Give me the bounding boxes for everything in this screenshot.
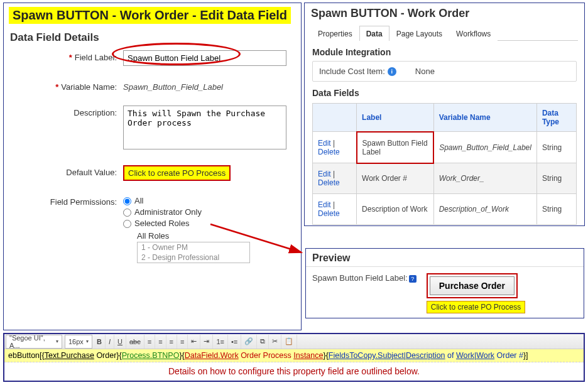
tab-workflows[interactable]: Workflows xyxy=(449,26,498,41)
role-option[interactable]: 2 - Design Professional xyxy=(138,252,249,263)
label-cell: Description of Work xyxy=(357,194,434,225)
ordered-list-button[interactable]: 1≡ xyxy=(213,335,228,349)
info-icon[interactable]: i xyxy=(388,67,396,76)
perm-all-radio[interactable] xyxy=(123,197,131,205)
variable-name-cell: Work_Order_ xyxy=(433,163,536,194)
data-fields-table: LabelVariable NameData Type Edit | Delet… xyxy=(312,103,577,225)
font-picker[interactable]: "Segoe UI", A...▾ xyxy=(6,335,62,349)
underline-button[interactable]: U xyxy=(114,335,126,349)
perm-all-label: All xyxy=(134,196,143,205)
table-row: Edit | DeleteWork Order #Work_Order_Stri… xyxy=(313,163,577,194)
preview-heading: Preview xyxy=(312,252,577,264)
perm-admin-label: Administrator Only xyxy=(134,207,202,217)
work-order-data-panel: Spawn BUTTON - Work Order PropertiesData… xyxy=(304,3,585,226)
column-header: Variable Name xyxy=(433,104,536,132)
variable-name-cell: Description_of_Work xyxy=(433,194,536,225)
unordered-list-button[interactable]: •≡ xyxy=(228,335,241,349)
delete-link[interactable]: Delete xyxy=(318,178,340,187)
page-title-left: Spawn BUTTON - Work Order - Edit Data Fi… xyxy=(9,7,291,24)
role-option[interactable]: 1 - Owner PM xyxy=(138,242,249,252)
variable-name-caption: *Variable Name: xyxy=(10,80,123,92)
font-size-picker[interactable]: 16px▾ xyxy=(65,335,92,349)
module-integration-row: Include Cost Item: i None xyxy=(312,61,577,82)
column-header: Label xyxy=(357,104,434,132)
variable-name-value: Spawn_Button_Field_Label xyxy=(123,80,223,92)
outdent-button[interactable]: ⇤ xyxy=(188,335,200,349)
indent-button[interactable]: ⇥ xyxy=(200,335,213,349)
cut-button[interactable]: ✂ xyxy=(269,335,281,349)
preview-hint: Click to create PO Process xyxy=(427,301,525,313)
edit-link[interactable]: Edit xyxy=(318,139,331,148)
data-fields-heading: Data Fields xyxy=(312,88,577,98)
data-type-cell: String xyxy=(536,163,576,194)
all-roles-heading: All Roles xyxy=(137,231,295,241)
data-type-cell: String xyxy=(536,194,576,225)
data-type-cell: String xyxy=(536,132,576,163)
page-title-right: Spawn BUTTON - Work Order xyxy=(311,7,579,20)
default-value-box: Click to create PO Process xyxy=(123,165,231,181)
variable-name-cell: Spawn_Button_Field_Label xyxy=(433,132,536,163)
include-cost-item-label: Include Cost Item: xyxy=(319,67,385,76)
copy-button[interactable]: ⧉ xyxy=(257,335,269,349)
rte-content[interactable]: ebButton[{Text.Purchase Order}{Process.B… xyxy=(4,349,584,362)
column-header: Data Type xyxy=(536,104,576,132)
column-header xyxy=(313,104,357,132)
edit-link[interactable]: Edit xyxy=(318,170,331,178)
field-label-caption: *Field Label: xyxy=(10,50,123,62)
align-center-button[interactable]: ≡ xyxy=(155,335,166,349)
link-button[interactable]: 🔗 xyxy=(241,335,257,349)
preview-panel: Preview Spawn Button Field Label:? Purch… xyxy=(305,248,584,318)
align-left-button[interactable]: ≡ xyxy=(144,335,155,349)
perm-selected-radio[interactable] xyxy=(123,220,131,228)
rte-editor: "Segoe UI", A...▾ 16px▾ B I U abc ≡ ≡ ≡ … xyxy=(3,333,585,382)
tab-properties[interactable]: Properties xyxy=(311,26,359,41)
delete-link[interactable]: Delete xyxy=(318,148,340,156)
tab-data[interactable]: Data xyxy=(359,26,389,41)
field-permissions-caption: Field Permissions: xyxy=(10,195,123,207)
rte-toolbar: "Segoe UI", A...▾ 16px▾ B I U abc ≡ ≡ ≡ … xyxy=(4,334,584,349)
perm-selected-label: Selected Roles xyxy=(134,219,189,228)
module-integration-heading: Module Integration xyxy=(312,47,577,57)
paste-button[interactable]: 📋 xyxy=(281,335,297,349)
annotation-frame-preview-button: Purchase Order xyxy=(427,273,518,298)
strike-button[interactable]: abc xyxy=(126,335,144,349)
tab-page-layouts[interactable]: Page Layouts xyxy=(389,26,449,41)
delete-link[interactable]: Delete xyxy=(318,209,340,218)
label-cell: Spawn Button Field Label xyxy=(357,132,434,163)
description-input[interactable]: This will Spawn the Purchase Order proce… xyxy=(123,106,286,149)
edit-data-field-panel: Spawn BUTTON - Work Order - Edit Data Fi… xyxy=(3,3,302,330)
all-roles-listbox[interactable]: 1 - Owner PM2 - Design Professional xyxy=(137,242,250,263)
align-right-button[interactable]: ≡ xyxy=(166,335,177,349)
edit-link[interactable]: Edit xyxy=(318,200,331,209)
italic-button[interactable]: I xyxy=(106,335,114,349)
editor-caption: Details on how to configure this propert… xyxy=(4,362,584,376)
perm-admin-radio[interactable] xyxy=(123,209,131,217)
include-cost-item-value: None xyxy=(415,67,435,76)
label-cell: Work Order # xyxy=(357,163,434,194)
default-value-caption: Default Value: xyxy=(10,165,123,177)
table-row: Edit | DeleteSpawn Button Field LabelSpa… xyxy=(313,132,577,163)
preview-field-label: Spawn Button Field Label:? xyxy=(312,273,416,283)
description-caption: Description: xyxy=(10,106,123,117)
table-row: Edit | DeleteDescription of WorkDescript… xyxy=(313,194,577,225)
purchase-order-button[interactable]: Purchase Order xyxy=(430,276,514,295)
field-label-input[interactable] xyxy=(123,50,286,66)
bold-button[interactable]: B xyxy=(94,335,106,349)
tab-bar: PropertiesDataPage LayoutsWorkflows xyxy=(311,25,578,41)
align-justify-button[interactable]: ≡ xyxy=(177,335,188,349)
section-title: Data Field Details xyxy=(10,31,295,44)
help-icon[interactable]: ? xyxy=(409,275,416,283)
